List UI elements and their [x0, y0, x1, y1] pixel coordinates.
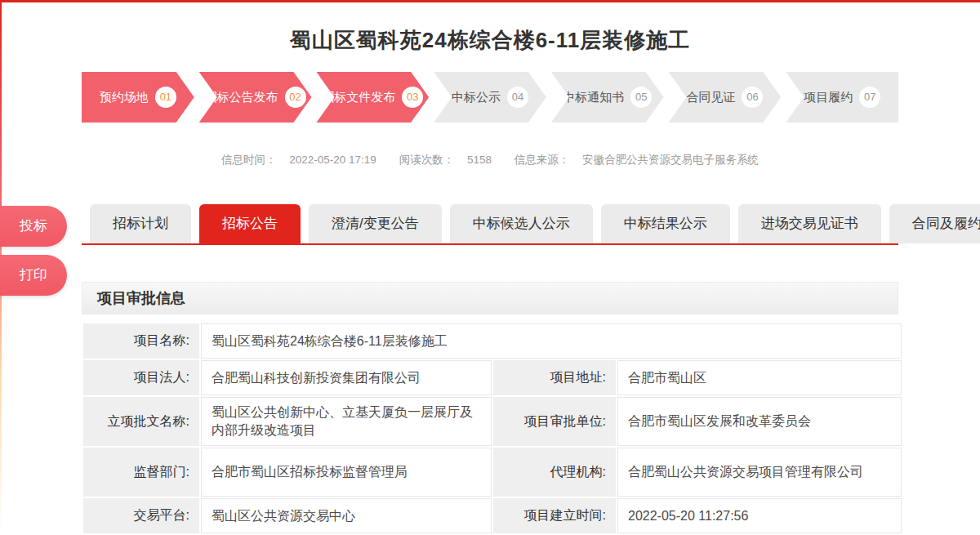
step-label: 招标文件发布 [322, 90, 395, 105]
step-label: 中标通知书 [563, 90, 624, 105]
field-value-supervision-dept: 合肥市蜀山区招标投标监督管理局 [201, 448, 492, 497]
step-label: 项目履约 [804, 90, 853, 105]
step-contract-witness: 合同见证 06 [669, 72, 782, 123]
step-tender-documents: 招标文件发布 03 [316, 72, 429, 123]
field-value-trade-platform: 蜀山区公共资源交易中心 [201, 498, 492, 533]
table-row: 监督部门: 合肥市蜀山区招标投标监督管理局 代理机构: 合肥蜀山公共资源交易项目… [83, 448, 902, 497]
info-time-value: 2022-05-20 17:19 [289, 154, 376, 166]
page-title: 蜀山区蜀科苑24栋综合楼6-11层装修施工 [0, 26, 980, 55]
field-label-project-create-time: 项目建立时间: [493, 498, 616, 533]
step-number-badge: 04 [507, 87, 528, 108]
step-reserve-venue: 预约场地 01 [82, 72, 194, 123]
print-button[interactable]: 打印 [0, 255, 67, 296]
field-value-agency: 合肥蜀山公共资源交易项目管理有限公司 [617, 448, 902, 497]
step-label: 合同见证 [686, 90, 735, 105]
field-label-trade-platform: 交易平台: [83, 498, 199, 533]
field-label-legal-person: 项目法人: [83, 360, 199, 395]
tab-trade-certificate[interactable]: 进场交易见证书 [738, 204, 881, 243]
project-approval-table: 项目名称: 蜀山区蜀科苑24栋综合楼6-11层装修施工 项目法人: 合肥蜀山科技… [82, 322, 903, 535]
step-number-badge: 05 [630, 87, 652, 108]
field-label-approval-doc: 立项批文名称: [83, 397, 199, 446]
table-row: 项目名称: 蜀山区蜀科苑24栋综合楼6-11层装修施工 [83, 323, 902, 359]
field-value-legal-person: 合肥蜀山科技创新投资集团有限公司 [201, 360, 492, 395]
field-label-supervision-dept: 监督部门: [83, 448, 199, 497]
progress-steps: 预约场地 01 招标公告发布 02 招标文件发布 03 中标公示 04 中标通知… [82, 72, 898, 123]
field-label-agency: 代理机构: [493, 448, 616, 497]
tab-tender-announcement[interactable]: 招标公告 [199, 204, 301, 243]
bid-button[interactable]: 投标 [0, 206, 67, 247]
field-value-approval-unit: 合肥市蜀山区发展和改革委员会 [617, 397, 902, 446]
tab-clarification-change[interactable]: 澄清/变更公告 [309, 204, 442, 243]
step-number-badge: 01 [155, 87, 176, 108]
read-count-value: 5158 [467, 154, 492, 166]
field-value-project-create-time: 2022-05-20 11:27:56 [617, 498, 902, 533]
field-value-project-address: 合肥市蜀山区 [617, 360, 902, 395]
info-source-value: 安徽合肥公共资源交易电子服务系统 [582, 154, 759, 166]
field-value-project-name: 蜀山区蜀科苑24栋综合楼6-11层装修施工 [201, 323, 902, 359]
field-label-project-address: 项目地址: [493, 360, 616, 395]
step-number-badge: 02 [285, 87, 306, 108]
step-tender-announcement: 招标公告发布 02 [199, 72, 312, 123]
step-project-performance: 项目履约 07 [786, 72, 898, 123]
tab-tender-plan[interactable]: 招标计划 [90, 204, 191, 243]
tab-candidate-publicity[interactable]: 中标候选人公示 [450, 204, 593, 243]
section-title-project-approval: 项目审批信息 [82, 282, 898, 314]
table-row: 立项批文名称: 蜀山区公共创新中心、立基天厦负一层展厅及内部升级改造项目 项目审… [83, 397, 902, 446]
read-count-label: 阅读次数： [399, 154, 455, 166]
info-source-label: 信息来源： [514, 154, 570, 166]
meta-info-line: 信息时间： 2022-05-20 17:19 阅读次数： 5158 信息来源： … [0, 153, 980, 167]
step-label: 预约场地 [100, 90, 149, 105]
step-label: 招标公告发布 [205, 90, 278, 105]
info-time-label: 信息时间： [221, 154, 277, 166]
tab-contract-performance[interactable]: 合同及履约 [889, 204, 980, 243]
table-row: 项目法人: 合肥蜀山科技创新投资集团有限公司 项目地址: 合肥市蜀山区 [83, 360, 902, 395]
table-row: 交易平台: 蜀山区公共资源交易中心 项目建立时间: 2022-05-20 11:… [83, 498, 902, 533]
field-label-project-name: 项目名称: [83, 323, 199, 359]
step-number-badge: 07 [859, 87, 880, 108]
tab-bar: 招标计划 招标公告 澄清/变更公告 中标候选人公示 中标结果公示 进场交易见证书… [82, 204, 898, 245]
step-number-badge: 03 [402, 87, 423, 108]
tab-result-publicity[interactable]: 中标结果公示 [601, 204, 730, 243]
step-winner-publicity: 中标公示 04 [434, 72, 546, 123]
step-number-badge: 06 [742, 87, 763, 108]
field-value-approval-doc: 蜀山区公共创新中心、立基天厦负一层展厅及内部升级改造项目 [201, 397, 492, 446]
top-accent-line [0, 0, 980, 2]
field-label-approval-unit: 项目审批单位: [493, 397, 616, 446]
step-winner-notice: 中标通知书 05 [551, 72, 664, 123]
step-label: 中标公示 [452, 90, 501, 105]
